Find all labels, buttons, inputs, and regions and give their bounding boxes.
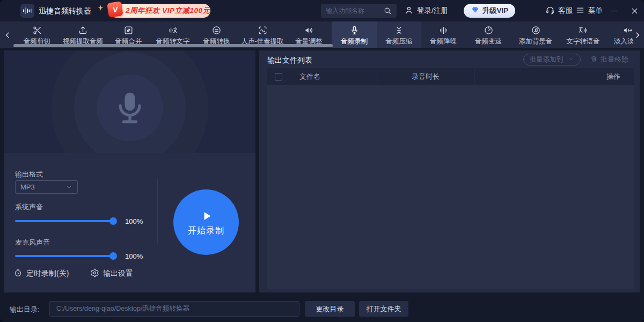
- diamond-icon: [471, 5, 480, 16]
- play-icon: [199, 208, 214, 223]
- header-checkbox-cell: [267, 73, 290, 80]
- headset-icon: [545, 5, 555, 17]
- output-file-panel: 输出文件列表 批量添加到 批量移除 文件名 录音时长 操作: [259, 50, 640, 292]
- promo-v-badge: V: [107, 1, 123, 17]
- chevron-down-icon: [65, 184, 72, 191]
- feature-toolbar: 音频剪切 视频提取音频 音频合并 音频转文字 音频转换 人声-伴奏提取: [0, 21, 644, 48]
- file-list-title: 输出文件列表: [267, 56, 312, 65]
- vip-label: 升级VIP: [482, 6, 509, 16]
- audio-to-text-icon: [168, 25, 178, 35]
- slider-thumb[interactable]: [109, 217, 117, 225]
- divider: [157, 179, 158, 244]
- toolbar-item-text-to-speech[interactable]: 文字转语音: [560, 21, 606, 48]
- start-record-button[interactable]: 开始录制: [173, 189, 239, 255]
- mic-volume-label: 麦克风声音: [15, 238, 50, 247]
- toolbar-item-add-bgm[interactable]: 添加背景音: [511, 21, 560, 48]
- toolbar-item-audio-speed[interactable]: 音频变速: [465, 21, 511, 48]
- timer-icon: [13, 268, 23, 279]
- change-dir-button[interactable]: 更改目录: [305, 301, 355, 317]
- scissors-icon: [32, 25, 42, 35]
- compress-icon: [394, 25, 404, 35]
- background-music-icon: [531, 25, 541, 35]
- convert-icon: [211, 25, 222, 35]
- hamburger-icon: [575, 5, 585, 17]
- toolbar-item-audio-record[interactable]: 音频录制: [332, 21, 377, 48]
- microphone-icon: [349, 25, 360, 35]
- column-operation: 操作: [474, 72, 634, 82]
- promo-banner[interactable]: V 2周年狂欢 VIP立减100元: [109, 4, 210, 18]
- toolbar-item-label: 淡入淡出: [614, 37, 633, 46]
- mic-volume-slider[interactable]: [15, 252, 116, 260]
- column-filename: 文件名: [290, 72, 377, 82]
- merge-icon: [123, 25, 134, 35]
- output-settings-button[interactable]: 输出设置: [90, 268, 133, 279]
- output-dir-input[interactable]: [49, 301, 299, 317]
- trash-icon: [590, 55, 598, 64]
- batch-add-dropdown[interactable]: 批量添加到: [523, 54, 581, 65]
- select-all-checkbox[interactable]: [275, 73, 282, 80]
- speed-icon: [484, 25, 494, 35]
- timer-record-label: 定时录制(关): [26, 269, 69, 279]
- toolbar-item-fade[interactable]: 淡入淡出: [606, 21, 633, 48]
- toolbar-item-label: 音频降噪: [430, 37, 457, 46]
- menu-button[interactable]: 菜单: [575, 0, 603, 21]
- login-button[interactable]: 登录/注册: [404, 0, 448, 21]
- batch-remove-label: 批量移除: [601, 55, 628, 64]
- slider-track[interactable]: [15, 220, 116, 222]
- toolbar-scroll-right[interactable]: [631, 28, 643, 41]
- slider-track[interactable]: [15, 255, 116, 257]
- output-dir-label: 输出目录:: [10, 305, 40, 314]
- toolbar-item-audio-denoise[interactable]: 音频降噪: [421, 21, 465, 48]
- file-table: 文件名 录音时长 操作: [267, 68, 634, 289]
- toolbar-item-label: 添加背景音: [519, 37, 553, 46]
- login-label: 登录/注册: [417, 6, 448, 16]
- mic-visualizer: [4, 50, 255, 153]
- toolbar-item-audio-compress[interactable]: 音频压缩: [377, 21, 421, 48]
- customer-service-button[interactable]: 客服: [545, 0, 573, 21]
- menu-label: 菜单: [588, 6, 603, 16]
- gear-icon: [90, 268, 99, 279]
- batch-add-label: 批量添加到: [530, 55, 564, 64]
- system-volume-label: 系统声音: [15, 202, 43, 212]
- denoise-icon: [438, 25, 449, 35]
- slider-thumb[interactable]: [109, 252, 117, 260]
- chevron-down-icon: [568, 56, 574, 64]
- microphone-large-icon: [109, 87, 150, 128]
- mic-volume-value: 100%: [125, 252, 143, 260]
- toolbar-item-label: 音频压缩: [386, 37, 413, 46]
- batch-remove-button[interactable]: 批量移除: [590, 55, 628, 64]
- upgrade-vip-button[interactable]: 升级VIP: [464, 4, 515, 18]
- volume-icon: [304, 25, 314, 35]
- system-volume-slider[interactable]: [15, 217, 116, 225]
- output-format-value: MP3: [20, 183, 35, 191]
- service-label: 客服: [558, 6, 573, 16]
- file-table-header: 文件名 录音时长 操作: [267, 68, 634, 85]
- output-settings-label: 输出设置: [103, 269, 133, 279]
- start-record-label: 开始录制: [188, 225, 224, 237]
- promo-text: 2周年狂欢 VIP立减100元: [126, 6, 210, 16]
- search-box: [321, 4, 397, 18]
- output-format-select[interactable]: MP3: [15, 180, 78, 194]
- search-icon[interactable]: [383, 6, 392, 15]
- toolbar-item-label: 音频变速: [475, 37, 502, 46]
- close-button[interactable]: [629, 5, 640, 16]
- sparkle-icon: [97, 4, 105, 12]
- system-volume-value: 100%: [125, 217, 143, 225]
- app-title: 迅捷音频转换器: [39, 6, 91, 16]
- toolbar-item-label: 音频录制: [341, 37, 368, 46]
- vocal-extract-icon: [258, 25, 268, 35]
- app-logo-icon: [20, 4, 34, 18]
- video-extract-icon: [78, 25, 88, 35]
- toolbar-scrollbar[interactable]: [13, 44, 333, 47]
- toolbar-scroll-left[interactable]: [2, 28, 13, 41]
- search-input[interactable]: [326, 7, 383, 14]
- toolbar-item-label: 文字转语音: [566, 37, 600, 46]
- timer-record-toggle[interactable]: 定时录制(关): [13, 268, 69, 279]
- column-duration: 录音时长: [377, 68, 474, 85]
- minimize-button[interactable]: [609, 5, 619, 16]
- open-folder-button[interactable]: 打开文件夹: [359, 301, 408, 317]
- output-format-label: 输出格式: [15, 170, 43, 179]
- recorder-panel: 输出格式 MP3 系统声音 100% 麦克风声音 100% 开始录制 定时录制(…: [4, 50, 255, 292]
- user-icon: [404, 5, 414, 17]
- text-to-speech-icon: [578, 25, 588, 35]
